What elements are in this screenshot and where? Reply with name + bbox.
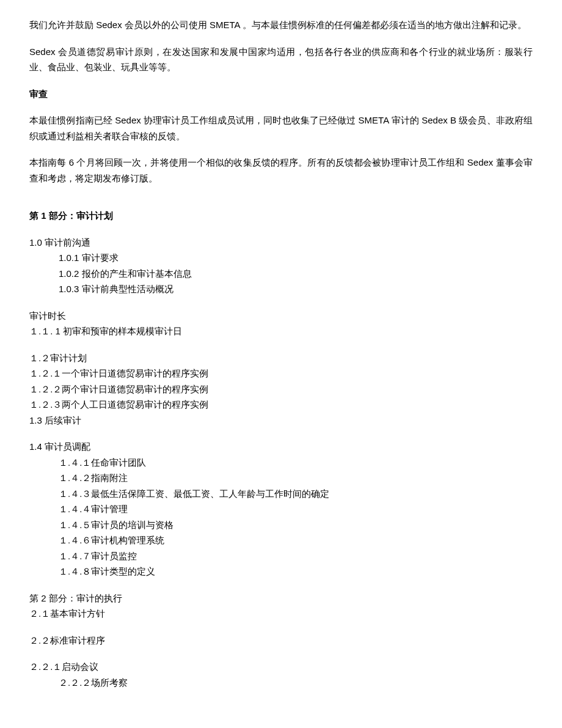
toc-item-1-4-6: １.４.６审计机构管理系统 — [29, 532, 533, 548]
paragraph-review-1: 本最佳惯例指南已经 Sedex 协理审计员工作组成员试用，同时也收集了已经做过 … — [29, 112, 533, 144]
toc-item-1-2-1: １.２.１一个审计日道德贸易审计的程序实例 — [29, 366, 533, 381]
toc-item-1-0: 1.0 审计前沟通 — [29, 235, 533, 251]
toc-item-2-2-1: ２.２.１启动会议 — [29, 659, 533, 675]
heading-review: 审查 — [29, 86, 533, 102]
toc-item-1-2-2: １.２.２两个审计日道德贸易审计的程序实例 — [29, 381, 533, 397]
toc-item-1-0-2: 1.0.2 报价的产生和审计基本信息 — [29, 266, 533, 282]
toc-item-1-4-8: １.４.８审计类型的定义 — [29, 564, 533, 579]
paragraph-intro-1: 我们允许并鼓励 Sedex 会员以外的公司使用 SMETA 。与本最佳惯例标准的… — [29, 17, 533, 33]
part2-heading: 第 2 部分：审计的执行 — [29, 590, 533, 606]
toc-item-1-2: １.２审计计划 — [29, 350, 533, 366]
toc-item-1-4-7: １.４.７审计员监控 — [29, 548, 533, 564]
toc-item-2-1: ２.１基本审计方针 — [29, 606, 533, 622]
toc-item-1-0-3: 1.0.3 审计前典型性活动概况 — [29, 281, 533, 297]
part1-heading: 第 1 部分：审计计划 — [29, 208, 533, 224]
toc-item-1-4-3: １.４.３最低生活保障工资、最低工资、工人年龄与工作时间的确定 — [29, 486, 533, 502]
paragraph-review-2: 本指南每 6 个月将回顾一次，并将使用一个相似的收集反馈的程序。所有的反馈都会被… — [29, 155, 533, 186]
toc-item-1-3: 1.3 后续审计 — [29, 413, 533, 428]
toc-item-1-4-1: １.４.１任命审计团队 — [29, 455, 533, 471]
toc-item-2-2: ２.２标准审计程序 — [29, 633, 533, 649]
toc-item-2-2-2: ２.２.２场所考察 — [29, 675, 533, 691]
toc-item-1-0-1: 1.0.1 审计要求 — [29, 250, 533, 266]
toc-item-1-4: 1.4 审计员调配 — [29, 439, 533, 455]
toc-duration-heading: 审计时长 — [29, 308, 533, 324]
toc-item-1-4-5: １.４.５审计员的培训与资格 — [29, 517, 533, 533]
toc-item-1-4-4: １.４.４审计管理 — [29, 501, 533, 517]
toc-item-1-1-1: １.１. 1 初审和预审的样本规模审计日 — [29, 323, 533, 339]
toc-item-1-2-3: １.２.３两个人工日道德贸易审计的程序实例 — [29, 397, 533, 413]
toc-item-1-4-2: １.４.２指南附注 — [29, 470, 533, 486]
paragraph-intro-2: Sedex 会员道德贸易审计原则，在发达国家和发展中国家均适用，包括各行各业的供… — [29, 44, 533, 75]
